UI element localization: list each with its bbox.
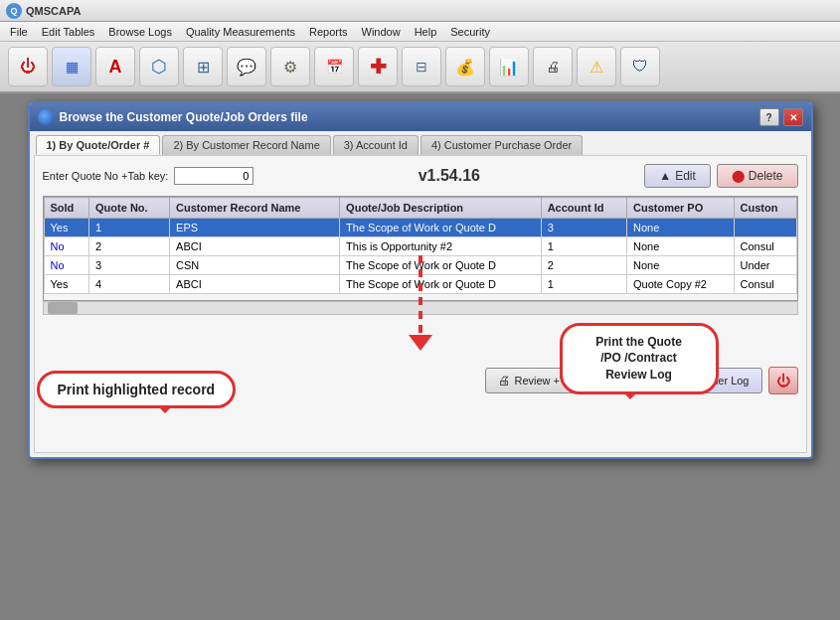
cell-po: Quote Copy #2 bbox=[626, 275, 734, 294]
cell-quote-no: 4 bbox=[89, 275, 170, 294]
gear-icon: ⚙ bbox=[283, 58, 297, 77]
cell-quote-no: 2 bbox=[89, 237, 170, 256]
toolbar-printer-btn[interactable]: 🖨 bbox=[533, 47, 573, 86]
toolbar-apps-btn[interactable]: ⊞ bbox=[183, 47, 223, 86]
cell-sold: Yes bbox=[44, 275, 89, 294]
chart-icon: 📊 bbox=[499, 58, 519, 77]
power-off-icon: ⏻ bbox=[776, 373, 790, 388]
enter-quote-label: Enter Quote No +Tab key: bbox=[43, 170, 169, 182]
tab-customer-po[interactable]: 4) Customer Purchase Order bbox=[420, 135, 583, 155]
arrow-head bbox=[409, 335, 432, 351]
tag-icon: ⬡ bbox=[151, 56, 167, 78]
toolbar-tag-btn[interactable]: ⬡ bbox=[139, 47, 179, 86]
toolbar-grid2-btn[interactable]: ⊟ bbox=[402, 47, 441, 86]
cell-account-id: 1 bbox=[541, 237, 626, 256]
delete-button[interactable]: ⬤ Delete bbox=[717, 164, 798, 188]
cell-customer: ABCI bbox=[170, 237, 340, 256]
menu-reports[interactable]: Reports bbox=[303, 24, 354, 40]
toolbar: ⏻ ▦ A ⬡ ⊞ 💬 ⚙ 📅 ✚ ⊟ 💰 📊 🖨 ⚠ 🛡 bbox=[0, 42, 840, 93]
tab-by-quote-order[interactable]: 1) By Quote/Order # bbox=[36, 135, 161, 155]
calendar-icon: 📅 bbox=[326, 59, 343, 75]
coins-icon: 💰 bbox=[455, 58, 475, 77]
table-row[interactable]: No 2 ABCI This is Opportunity #2 1 None … bbox=[44, 237, 796, 256]
dashed-arrow bbox=[409, 255, 432, 351]
shield-icon: 🛡 bbox=[632, 58, 648, 76]
dashed-line bbox=[419, 255, 422, 335]
cell-customer: EPS bbox=[170, 219, 340, 237]
cell-po: None bbox=[626, 219, 734, 237]
toolbar-chat-btn[interactable]: 💬 bbox=[227, 47, 266, 86]
main-area: Browse the Customer Quote/Job Orders fil… bbox=[0, 93, 840, 620]
plus-icon: ✚ bbox=[370, 55, 387, 78]
cell-customer: ABCI bbox=[170, 275, 340, 294]
toolbar-grid-btn[interactable]: ▦ bbox=[52, 47, 91, 86]
tab-account-id[interactable]: 3) Account Id bbox=[333, 135, 419, 155]
dialog-close-btn[interactable]: ✕ bbox=[783, 108, 803, 126]
menu-quality-measurements[interactable]: Quality Measurements bbox=[180, 24, 301, 40]
power-icon: ⏻ bbox=[20, 58, 36, 76]
grid2-icon: ⊟ bbox=[416, 59, 427, 75]
controls-row: Enter Quote No +Tab key: v1.54.16 ▲ Edit… bbox=[43, 164, 798, 188]
callout-right-text: Print the Quote/PO /ContractReview Log bbox=[595, 335, 682, 383]
cell-description: The Scope of Work or Quote D bbox=[340, 219, 542, 237]
cell-account-id: 1 bbox=[541, 275, 626, 294]
col-sold: Sold bbox=[44, 198, 89, 219]
callout-print-highlighted: Print highlighted record bbox=[37, 371, 237, 408]
dialog-controls: ? ✕ bbox=[759, 108, 803, 126]
toolbar-chart-btn[interactable]: 📊 bbox=[489, 47, 529, 86]
version-label: v1.54.16 bbox=[253, 167, 644, 185]
cell-quote-no: 1 bbox=[89, 219, 170, 237]
printer-icon: 🖨 bbox=[546, 59, 560, 75]
title-bar: Q QMSCAPA bbox=[0, 0, 840, 22]
printer-small-icon: 🖨 bbox=[498, 374, 510, 388]
cell-customer: CSN bbox=[170, 256, 340, 275]
toolbar-coins-btn[interactable]: 💰 bbox=[445, 47, 485, 86]
toolbar-calendar-btn[interactable]: 📅 bbox=[314, 47, 354, 86]
cell-description: The Scope of Work or Quote D bbox=[340, 275, 542, 294]
action-buttons: ▲ Edit ⬤ Delete bbox=[644, 164, 797, 188]
dialog-help-btn[interactable]: ? bbox=[759, 108, 779, 126]
quote-input[interactable] bbox=[174, 167, 253, 185]
cell-custom: Consul bbox=[734, 237, 796, 256]
chat-icon: 💬 bbox=[237, 58, 256, 77]
col-customer-name: Customer Record Name bbox=[170, 198, 340, 219]
col-customer-po: Customer PO bbox=[626, 198, 734, 219]
tab-bar: 1) By Quote/Order # 2) By Customer Recor… bbox=[30, 131, 811, 155]
footer-power-btn[interactable]: ⏻ bbox=[768, 367, 798, 394]
menu-browse-logs[interactable]: Browse Logs bbox=[102, 24, 178, 40]
table-row[interactable]: Yes 1 EPS The Scope of Work or Quote D 3… bbox=[44, 219, 796, 237]
cell-custom: Under bbox=[734, 256, 796, 275]
cell-sold: Yes bbox=[44, 219, 89, 237]
col-description: Quote/Job Description bbox=[340, 198, 542, 219]
app-icon: Q bbox=[6, 3, 22, 19]
edit-button[interactable]: ▲ Edit bbox=[644, 164, 711, 188]
callout-print-quote-log: Print the Quote/PO /ContractReview Log bbox=[560, 323, 719, 394]
app-title: QMSCAPA bbox=[26, 5, 81, 17]
cell-custom bbox=[734, 219, 796, 237]
toolbar-shield-btn[interactable]: 🛡 bbox=[620, 47, 660, 86]
bottom-area: Print highlighted record Print the Quote… bbox=[43, 365, 798, 444]
tab-by-customer-name[interactable]: 2) By Customer Record Name bbox=[162, 135, 330, 155]
cell-sold: No bbox=[44, 237, 89, 256]
menu-help[interactable]: Help bbox=[409, 24, 443, 40]
menu-bar: File Edit Tables Browse Logs Quality Mea… bbox=[0, 22, 840, 42]
dialog-content: Enter Quote No +Tab key: v1.54.16 ▲ Edit… bbox=[34, 155, 807, 453]
toolbar-warning-btn[interactable]: ⚠ bbox=[577, 47, 616, 86]
toolbar-power-btn[interactable]: ⏻ bbox=[8, 47, 48, 86]
col-account-id: Account Id bbox=[541, 198, 626, 219]
menu-window[interactable]: Window bbox=[356, 24, 407, 40]
toolbar-plus-btn[interactable]: ✚ bbox=[358, 47, 398, 86]
cell-description: The Scope of Work or Quote D bbox=[340, 256, 542, 275]
dialog-window: Browse the Customer Quote/Job Orders fil… bbox=[28, 101, 813, 459]
scrollbar-thumb[interactable] bbox=[48, 302, 78, 314]
cell-custom: Consul bbox=[734, 275, 796, 294]
delete-icon: ⬤ bbox=[732, 169, 745, 183]
grid-icon: ▦ bbox=[66, 59, 79, 75]
toolbar-gear-btn[interactable]: ⚙ bbox=[270, 47, 310, 86]
menu-file[interactable]: File bbox=[4, 24, 34, 40]
dialog-icon bbox=[38, 109, 54, 125]
toolbar-acrobat-btn[interactable]: A bbox=[95, 47, 135, 86]
menu-security[interactable]: Security bbox=[444, 24, 496, 40]
menu-edit-tables[interactable]: Edit Tables bbox=[36, 24, 101, 40]
col-custom: Custon bbox=[734, 198, 796, 219]
